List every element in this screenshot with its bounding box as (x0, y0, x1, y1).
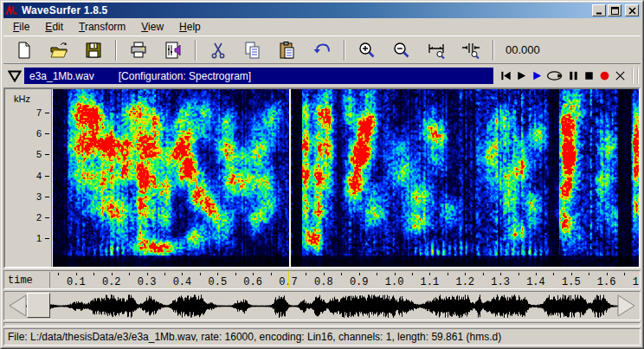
time-tick-mark (217, 273, 218, 275)
time-tick-label: 1.3 (491, 276, 510, 288)
menu-view[interactable]: View (133, 19, 171, 35)
freq-axis: kHz 7654321 (5, 89, 52, 267)
new-button[interactable] (7, 38, 42, 62)
zoom-out-button[interactable] (384, 38, 419, 62)
time-tick-label: 1.2 (455, 276, 474, 288)
copy-button[interactable] (235, 38, 270, 62)
close-pane-icon (614, 69, 627, 82)
maximize-icon (611, 7, 619, 15)
menu-transform[interactable]: Transform (71, 19, 133, 35)
play-cursor-button[interactable] (529, 68, 544, 85)
goto-start-icon (499, 69, 512, 82)
goto-start-button[interactable] (498, 68, 513, 85)
scroll-left-button[interactable] (6, 294, 29, 318)
stop-icon (583, 69, 596, 82)
time-cursor-mark (288, 271, 289, 288)
record-button[interactable] (596, 68, 612, 85)
save-floppy-icon (84, 41, 103, 60)
menubar: File Edit Transform View Help (3, 18, 641, 35)
time-tick-mark (200, 273, 201, 275)
freq-tick-label: 2 (36, 212, 42, 223)
time-tick-label: 0.2 (102, 276, 121, 288)
play-loop-icon (546, 69, 564, 82)
scroll-right-button[interactable] (615, 294, 638, 318)
mixer-properties-icon (164, 41, 183, 60)
spectrogram-canvas[interactable] (53, 89, 639, 267)
maximize-button[interactable] (608, 4, 621, 16)
save-button[interactable] (76, 38, 111, 62)
spectrogram-panel: kHz 7654321 (3, 87, 641, 268)
menu-edit[interactable]: Edit (37, 19, 71, 35)
time-tick-mark (271, 273, 272, 275)
time-tick-mark (58, 273, 59, 275)
undo-icon (312, 41, 332, 60)
menu-file[interactable]: File (5, 19, 37, 35)
pause-button[interactable] (565, 68, 581, 85)
time-tick-label: 1.4 (526, 276, 545, 288)
time-tick-mark (147, 273, 148, 275)
time-tick-mark (306, 273, 306, 275)
time-tick-mark (253, 273, 254, 275)
zoom-selection-button[interactable] (419, 38, 454, 62)
window-inner: WaveSurfer 1.8.5 File Edit Transform Vie… (1, 1, 643, 348)
time-tick-mark (164, 273, 165, 275)
minimize-button[interactable] (592, 4, 606, 16)
play-loop-button[interactable] (544, 68, 565, 85)
cut-button[interactable] (201, 38, 235, 62)
time-tick-mark (341, 273, 342, 275)
wavesurfer-logo-icon (5, 5, 19, 16)
zoom-all-button[interactable] (454, 38, 488, 62)
freq-axis-unit: kHz (14, 94, 30, 104)
print-button[interactable] (121, 38, 156, 62)
time-tick-mark (500, 273, 501, 275)
freq-tick-label: 3 (36, 191, 42, 202)
pane-filename: e3a_1Mb.wav (29, 70, 94, 82)
time-tick-mark (624, 273, 625, 275)
status-bar: File: L:/data/thesisData/e3/e3a_1Mb.wav,… (3, 328, 641, 346)
time-tick-mark (448, 273, 448, 275)
time-tick-label: 0.3 (138, 276, 157, 288)
freq-tick-mark (45, 113, 49, 113)
time-tick-mark (395, 273, 396, 275)
freq-tick-label: 6 (36, 128, 42, 139)
freq-tick-mark (45, 197, 49, 197)
time-tick-label: 0.8 (314, 276, 333, 288)
close-button[interactable] (625, 4, 639, 16)
scrollbar-groove[interactable] (3, 322, 641, 326)
time-tick-label: 0.6 (243, 276, 262, 288)
menu-help[interactable]: Help (171, 19, 209, 35)
pane-collapse-button[interactable] (5, 67, 24, 86)
time-tick-label: 1.5 (562, 276, 581, 288)
cursor-time-display: 00.000 (506, 43, 540, 56)
pause-icon (567, 69, 580, 82)
zoom-in-button[interactable] (350, 38, 384, 62)
time-tick-mark (324, 273, 325, 275)
time-tick-mark (607, 273, 608, 275)
freq-tick-label: 5 (36, 149, 42, 159)
open-button[interactable] (42, 38, 76, 62)
play-cursor-icon (531, 69, 544, 82)
close-icon (628, 7, 636, 15)
stop-button[interactable] (581, 68, 596, 85)
minimize-icon (596, 7, 603, 15)
close-pane-button[interactable] (612, 68, 628, 85)
zoom-in-icon (357, 41, 377, 60)
window-title: WaveSurfer 1.8.5 (22, 4, 590, 16)
freq-tick-mark (45, 217, 49, 218)
record-icon (598, 69, 611, 82)
overview-viewport-handle[interactable] (27, 293, 50, 318)
wavesurfer-window: WaveSurfer 1.8.5 File Edit Transform Vie… (0, 0, 644, 349)
play-button[interactable] (513, 68, 529, 85)
scroll-right-icon (615, 294, 638, 318)
time-axis[interactable]: time 0.10.20.30.40.50.60.70.80.91.01.11.… (3, 270, 641, 289)
undo-button[interactable] (305, 38, 339, 62)
spectrogram-view[interactable] (52, 89, 639, 267)
pane-grip[interactable] (632, 68, 639, 84)
paste-button[interactable] (270, 38, 305, 62)
pane-title-bar[interactable]: e3a_1Mb.wav [Configuration: Spectrogram] (24, 68, 493, 84)
time-tick-mark (536, 273, 537, 275)
mixer-button[interactable] (156, 38, 190, 62)
toolbar-separator (115, 40, 117, 61)
collapse-triangle-icon (8, 70, 22, 82)
overview-waveform-canvas[interactable] (25, 293, 621, 319)
